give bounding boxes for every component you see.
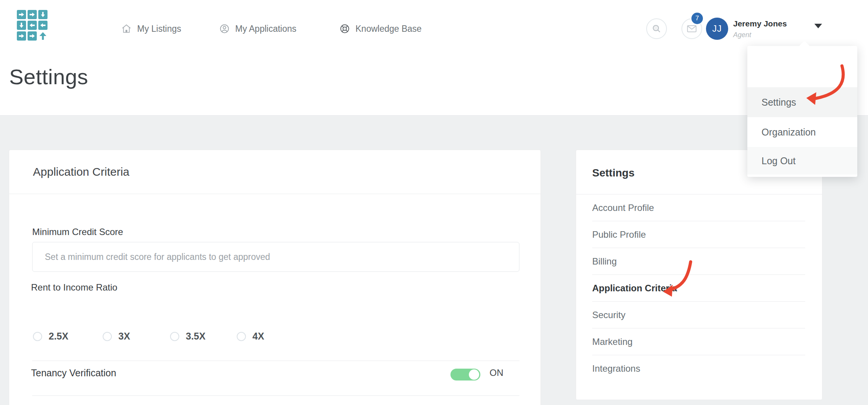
notification-badge: 7: [691, 12, 704, 25]
nav-my-applications-label: My Applications: [235, 24, 296, 34]
logo-arrow-right-icon: [28, 31, 37, 41]
user-role: Agent: [733, 31, 787, 39]
settings-page: My Listings My Applications Knowledge Ba…: [0, 0, 868, 405]
settings-item-security[interactable]: Security: [592, 302, 805, 328]
life-buoy-icon: [339, 23, 350, 34]
logo-arrow-up-icon: [38, 31, 47, 41]
settings-item-public-profile[interactable]: Public Profile: [592, 221, 805, 248]
tenancy-verification-state: ON: [490, 367, 503, 378]
application-criteria-card-header: Application Criteria: [9, 150, 540, 194]
settings-card: Settings Account Profile Public Profile …: [576, 150, 822, 400]
nav-my-listings-label: My Listings: [137, 24, 181, 34]
nav-my-applications[interactable]: My Applications: [219, 22, 296, 35]
min-credit-score-label: Minimum Credit Score: [32, 227, 123, 237]
notification-count: 7: [695, 15, 699, 22]
user-name: Jeremy Jones: [733, 19, 787, 28]
application-criteria-card-title: Application Criteria: [33, 165, 129, 178]
header: My Listings My Applications Knowledge Ba…: [0, 0, 868, 116]
search-icon: [651, 23, 662, 34]
tenancy-verification-toggle[interactable]: [450, 369, 480, 381]
logo-arrow-down-icon: [17, 21, 26, 30]
settings-item-marketing[interactable]: Marketing: [592, 328, 805, 355]
logo-arrow-left-icon: [38, 21, 47, 30]
ratio-option-label: 3X: [118, 331, 130, 342]
settings-item-integrations[interactable]: Integrations: [592, 355, 805, 382]
page-title: Settings: [9, 64, 88, 89]
settings-card-title: Settings: [592, 167, 634, 179]
settings-item-account-profile[interactable]: Account Profile: [592, 194, 805, 221]
ratio-option-3.5x[interactable]: 3.5X: [170, 331, 205, 342]
radio-icon[interactable]: [103, 332, 112, 341]
settings-list: Account Profile Public Profile Billing A…: [576, 194, 822, 382]
user-menu-trigger[interactable]: Jeremy Jones Agent: [733, 19, 787, 39]
menu-item-log-out[interactable]: Log Out: [747, 147, 857, 175]
user-dropdown-menu: Settings Organization Log Out: [747, 46, 857, 177]
divider: [32, 361, 519, 361]
radio-icon[interactable]: [33, 332, 42, 341]
divider: [32, 395, 519, 396]
ratio-option-3x[interactable]: 3X: [103, 331, 130, 342]
min-credit-score-input[interactable]: [32, 242, 519, 272]
logo-arrow-right-icon: [17, 31, 26, 41]
dropdown-blank-area: [747, 46, 857, 87]
avatar-initials: JJ: [712, 24, 722, 34]
logo-arrow-right-icon: [17, 10, 26, 19]
logo-arrow-right-icon: [28, 10, 37, 19]
ratio-option-2.5x[interactable]: 2.5X: [33, 331, 68, 342]
user-avatar[interactable]: JJ: [706, 18, 728, 40]
menu-item-organization[interactable]: Organization: [747, 117, 857, 147]
menu-item-settings[interactable]: Settings: [747, 87, 857, 117]
application-criteria-card: Application Criteria Minimum Credit Scor…: [9, 150, 541, 405]
nav-my-listings[interactable]: My Listings: [121, 22, 181, 35]
rent-to-income-label: Rent to Income Ratio: [31, 282, 117, 293]
logo-arrow-down-icon: [38, 10, 47, 19]
ratio-option-4x[interactable]: 4X: [237, 331, 264, 342]
nav-knowledge-base[interactable]: Knowledge Base: [339, 22, 422, 35]
person-icon: [219, 23, 230, 34]
chevron-down-icon[interactable]: [814, 24, 822, 28]
app-logo[interactable]: [17, 10, 49, 42]
home-icon: [121, 23, 132, 34]
toggle-knob: [469, 369, 479, 380]
settings-item-application-criteria[interactable]: Application Criteria: [592, 275, 805, 302]
ratio-option-label: 2.5X: [49, 331, 68, 342]
nav-knowledge-base-label: Knowledge Base: [355, 24, 422, 34]
tenancy-verification-label: Tenancy Verification: [31, 367, 116, 379]
radio-icon[interactable]: [237, 332, 246, 341]
ratio-option-label: 3.5X: [186, 331, 205, 342]
radio-icon[interactable]: [170, 332, 179, 341]
search-button[interactable]: [646, 18, 667, 39]
ratio-option-label: 4X: [252, 331, 264, 342]
settings-item-billing[interactable]: Billing: [592, 248, 805, 275]
logo-arrow-left-icon: [28, 21, 37, 30]
